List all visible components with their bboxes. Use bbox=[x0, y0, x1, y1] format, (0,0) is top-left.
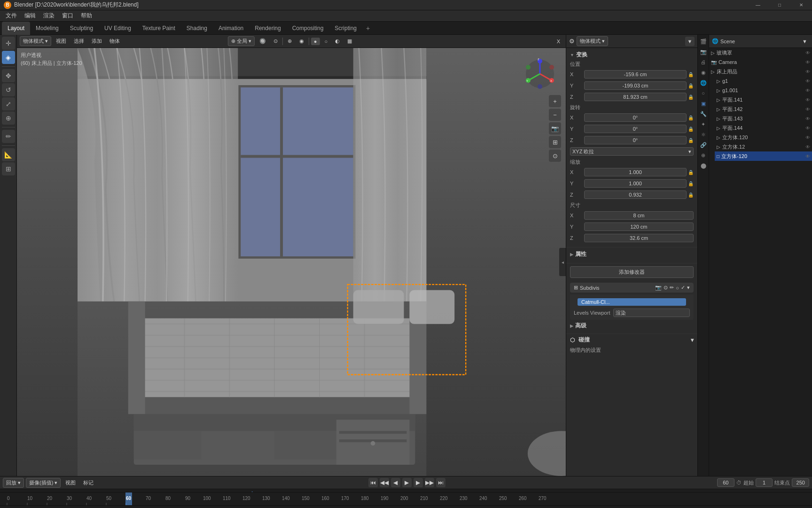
size-x-field[interactable]: 8 cm bbox=[584, 211, 694, 220]
scale-y-lock[interactable]: 🔒 bbox=[688, 181, 694, 186]
camera-visibility[interactable]: 👁 bbox=[805, 60, 810, 65]
mode-dropdown[interactable]: 物体模式 ▾ bbox=[20, 36, 51, 46]
rot-y-field[interactable]: 0° bbox=[584, 125, 687, 133]
fps-field[interactable]: 1 bbox=[756, 478, 773, 487]
timeline-playback-dropdown[interactable]: 回放 ▾ bbox=[3, 478, 24, 488]
outliner-item-cube120[interactable]: ▷ 立方体.120 👁 bbox=[715, 133, 812, 142]
transform-header[interactable]: ▼ 变换 bbox=[570, 51, 694, 59]
render-icon-btn[interactable]: 📷 bbox=[699, 47, 708, 56]
subdivision-modifier-header[interactable]: ⊞ Subdivis 📷 ⊙ ✏ ○ ✓ ▾ bbox=[570, 283, 694, 293]
plane142-visibility[interactable]: 👁 bbox=[805, 107, 810, 112]
cursor-tool[interactable]: ✛ bbox=[2, 37, 15, 50]
zoom-in-btn[interactable]: + bbox=[549, 95, 561, 107]
object-btn[interactable]: ▣ bbox=[699, 99, 708, 108]
tab-compositing[interactable]: Compositing bbox=[287, 22, 329, 35]
cube120active-visibility[interactable]: 👁 bbox=[805, 154, 810, 159]
side-panel-toggle[interactable]: ◂ bbox=[559, 248, 566, 276]
select-menu[interactable]: 选择 bbox=[71, 37, 87, 46]
tab-shading[interactable]: Shading bbox=[181, 22, 213, 35]
scale-y-field[interactable]: 1.000 bbox=[584, 179, 687, 188]
global-dropdown[interactable]: ⊕ 全局 ▾ bbox=[228, 36, 255, 46]
g1-visibility[interactable]: 👁 bbox=[805, 79, 810, 84]
add-modifier-button[interactable]: 添加修改器 bbox=[570, 266, 694, 278]
shading-rendered[interactable]: ○ bbox=[322, 38, 331, 45]
snap-toggle[interactable]: 🔘 bbox=[257, 37, 269, 45]
rotate-tool[interactable]: ↺ bbox=[2, 83, 15, 96]
cube12-visibility[interactable]: 👁 bbox=[805, 144, 810, 150]
shading-material[interactable]: ◐ bbox=[332, 37, 343, 45]
select-tool[interactable]: ◈ bbox=[2, 51, 15, 64]
tab-texture-paint[interactable]: Texture Paint bbox=[137, 22, 181, 35]
tab-sculpting[interactable]: Sculpting bbox=[64, 22, 99, 35]
rot-y-lock[interactable]: 🔒 bbox=[688, 127, 694, 132]
play-btn[interactable]: ▶ bbox=[402, 478, 412, 487]
annotate-tool[interactable]: ✏ bbox=[2, 130, 15, 143]
timeline-camera-dropdown[interactable]: 摄像(插值) ▾ bbox=[26, 478, 61, 488]
plane141-visibility[interactable]: 👁 bbox=[805, 97, 810, 103]
jump-end-btn[interactable]: ⏭ bbox=[436, 478, 445, 487]
levels-field[interactable]: 渲染 bbox=[613, 309, 690, 317]
overlay-toggle[interactable]: ⊕ bbox=[285, 37, 295, 45]
object-menu[interactable]: 物体 bbox=[107, 37, 123, 46]
props-mode-dropdown[interactable]: 物体模式 ▾ bbox=[577, 36, 608, 46]
scale-z-lock[interactable]: 🔒 bbox=[688, 192, 694, 198]
timeline-marker-btn[interactable]: 标记 bbox=[80, 478, 96, 487]
titlebar-controls[interactable]: — □ ✕ bbox=[747, 0, 812, 10]
tab-layout[interactable]: Layout bbox=[2, 22, 30, 35]
outliner-item-camera[interactable]: 📷 Camera 👁 bbox=[709, 57, 812, 67]
tab-rendering[interactable]: Rendering bbox=[249, 22, 286, 35]
outliner-item-plane141[interactable]: ▷ 平面.141 👁 bbox=[715, 95, 812, 104]
menu-window[interactable]: 窗口 bbox=[58, 11, 77, 21]
data-btn[interactable]: ⊕ bbox=[699, 151, 708, 160]
pos-y-lock[interactable]: 🔒 bbox=[688, 83, 694, 88]
menu-file[interactable]: 文件 bbox=[2, 11, 21, 21]
prev-key-btn[interactable]: ◀◀ bbox=[380, 478, 389, 487]
perspective-btn[interactable]: ⊞ bbox=[549, 136, 561, 148]
size-z-field[interactable]: 32.6 cm bbox=[584, 234, 694, 242]
tab-modeling[interactable]: Modeling bbox=[30, 22, 64, 35]
modifier-btn[interactable]: 🔧 bbox=[699, 109, 708, 119]
add-workspace-button[interactable]: + bbox=[362, 23, 374, 34]
current-frame-field[interactable]: 60 bbox=[717, 478, 734, 487]
close-button[interactable]: ✕ bbox=[790, 0, 812, 10]
scene-prop-btn[interactable]: 🌐 bbox=[699, 78, 708, 87]
advanced-header[interactable]: ▶ 高级 bbox=[570, 322, 694, 330]
outliner-item-cube12[interactable]: ▷ 立方体.12 👁 bbox=[715, 142, 812, 151]
gizmo-toggle[interactable]: ◉ bbox=[297, 37, 307, 45]
attributes-header[interactable]: ▶ 属性 bbox=[570, 250, 694, 258]
tab-animation[interactable]: Animation bbox=[213, 22, 249, 35]
outliner-item-plane143[interactable]: ▷ 平面.143 👁 bbox=[715, 114, 812, 123]
menu-help[interactable]: 帮助 bbox=[77, 11, 96, 21]
view-menu[interactable]: 视图 bbox=[53, 37, 69, 46]
maximize-button[interactable]: □ bbox=[769, 0, 790, 10]
g1001-visibility[interactable]: 👁 bbox=[805, 88, 810, 93]
output-icon-btn[interactable]: 🖨 bbox=[699, 57, 708, 67]
pos-x-field[interactable]: -159.6 cm bbox=[584, 70, 687, 79]
plane144-visibility[interactable]: 👁 bbox=[805, 126, 810, 131]
glass-visibility[interactable]: 👁 bbox=[805, 50, 810, 56]
size-y-field[interactable]: 120 cm bbox=[584, 222, 694, 231]
transform-tool[interactable]: ⊕ bbox=[2, 111, 15, 125]
outliner-item-g1[interactable]: ▷ g1 👁 bbox=[715, 76, 812, 86]
particle-btn[interactable]: ✦ bbox=[699, 119, 708, 129]
shading-wireframe[interactable]: ▦ bbox=[344, 37, 355, 45]
physics-btn[interactable]: ⚛ bbox=[699, 130, 708, 139]
menu-render[interactable]: 渲染 bbox=[39, 11, 58, 21]
next-frame-btn[interactable]: ▶ bbox=[414, 478, 423, 487]
world-btn[interactable]: ○ bbox=[699, 88, 708, 98]
filter-btn[interactable]: ▼ bbox=[685, 37, 695, 46]
pos-y-field[interactable]: -199.03 cm bbox=[584, 81, 687, 90]
tab-uv-editing[interactable]: UV Editing bbox=[99, 22, 137, 35]
move-tool[interactable]: ✥ bbox=[2, 69, 15, 82]
end-frame-field[interactable]: 250 bbox=[792, 478, 809, 487]
tab-scripting[interactable]: Scripting bbox=[329, 22, 362, 35]
add-menu[interactable]: 添加 bbox=[89, 37, 105, 46]
rot-x-lock[interactable]: 🔒 bbox=[688, 115, 694, 120]
bedding-visibility[interactable]: 👁 bbox=[805, 69, 810, 74]
plane143-visibility[interactable]: 👁 bbox=[805, 116, 810, 121]
rot-mode-dropdown[interactable]: XYZ 欧拉 ▾ bbox=[570, 147, 694, 156]
outliner-filter-btn[interactable]: ▼ bbox=[800, 38, 809, 45]
view-layer-btn[interactable]: ◉ bbox=[699, 68, 708, 77]
shading-solid[interactable]: ● bbox=[311, 38, 320, 45]
minimize-button[interactable]: — bbox=[747, 0, 769, 10]
